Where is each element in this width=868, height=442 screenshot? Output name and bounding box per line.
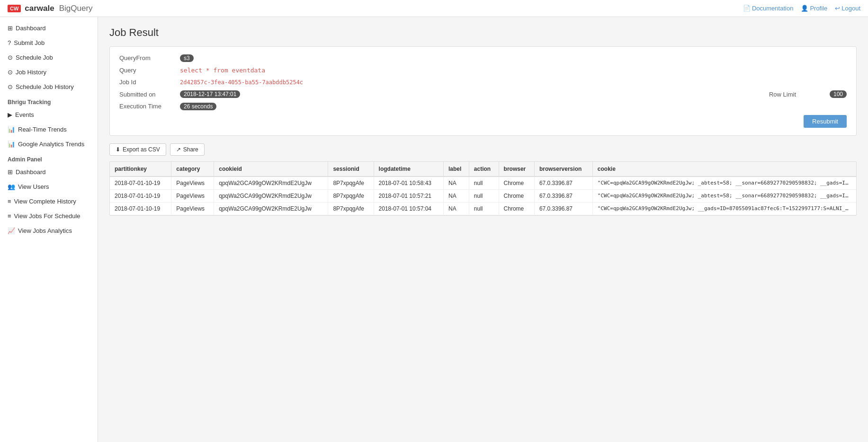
col-label: label xyxy=(444,162,469,177)
table-body: 2018-07-01-10-19PageViewsqpqWa2GCA99gOW2… xyxy=(110,177,856,215)
results-table-wrapper: partitionkey category cookieid sessionid… xyxy=(109,161,857,216)
cell-partitionkey: 2018-07-01-10-19 xyxy=(110,177,171,190)
row-limit-value: 100 xyxy=(830,90,847,98)
cell-logdatetime: 2018-07-01 10:57:21 xyxy=(374,190,443,203)
sidebar-item-submit-job[interactable]: ? Submit Job xyxy=(0,35,98,50)
cell-sessionid: 8P7xpqgAfe xyxy=(328,203,374,215)
sidebar-item-view-complete-history[interactable]: ≡ View Complete History xyxy=(0,194,98,209)
cell-cookieid: qpqWa2GCA99gOW2KRmdE2UgJw xyxy=(214,177,328,190)
cell-browserversion: 67.0.3396.87 xyxy=(534,190,592,203)
brand: CW carwale BigQuery xyxy=(8,4,743,13)
layout: ⊞ Dashboard ? Submit Job ⊙ Schedule Job … xyxy=(0,17,868,442)
cell-category: PageViews xyxy=(171,203,214,215)
results-table: partitionkey category cookieid sessionid… xyxy=(110,162,856,215)
col-category: category xyxy=(171,162,214,177)
documentation-icon: 📄 xyxy=(743,5,751,12)
logout-icon: ↩ xyxy=(835,5,840,12)
cell-label: NA xyxy=(444,177,469,190)
logout-link[interactable]: ↩ Logout xyxy=(835,5,860,12)
job-info-card: QueryFrom s3 Query select * from eventda… xyxy=(109,46,857,136)
cell-label: NA xyxy=(444,203,469,215)
table-row: 2018-07-01-10-19PageViewsqpqWa2GCA99gOW2… xyxy=(110,177,856,190)
submitted-on-label: Submitted on xyxy=(119,91,176,98)
sidebar-item-schedule-job-history[interactable]: ⊙ Schedule Job History xyxy=(0,80,98,94)
job-id-label: Job Id xyxy=(119,79,176,86)
cell-partitionkey: 2018-07-01-10-19 xyxy=(110,190,171,203)
export-csv-button[interactable]: ⬇ Export as CSV xyxy=(109,143,166,156)
job-history-icon: ⊙ xyxy=(8,69,13,76)
table-row: 2018-07-01-10-19PageViewsqpqWa2GCA99gOW2… xyxy=(110,203,856,215)
google-analytics-trends-icon: 📊 xyxy=(8,141,15,148)
cell-category: PageViews xyxy=(171,190,214,203)
topnav-links: 📄 Documentation 👤 Profile ↩ Logout xyxy=(743,5,860,12)
execution-time-value: 26 seconds xyxy=(180,103,216,110)
cell-cookie: "CWC=qpqWa2GCA99gOW2KRmdE2UgJw; _abtest=… xyxy=(592,177,856,190)
col-browser: browser xyxy=(499,162,534,177)
cell-action: null xyxy=(469,203,499,215)
cell-sessionid: 8P7xpqgAfe xyxy=(328,190,374,203)
cell-cookieid: qpqWa2GCA99gOW2KRmdE2UgJw xyxy=(214,203,328,215)
query-value: select * from eventdata xyxy=(180,67,265,74)
sidebar-item-view-users[interactable]: 👥 View Users xyxy=(0,179,98,194)
dashboard-icon: ⊞ xyxy=(8,25,13,32)
schedule-job-icon: ⊙ xyxy=(8,54,13,61)
topnav: CW carwale BigQuery 📄 Documentation 👤 Pr… xyxy=(0,0,868,17)
admin-dashboard-icon: ⊞ xyxy=(8,168,13,176)
sidebar-item-admin-dashboard[interactable]: ⊞ Dashboard xyxy=(0,165,98,179)
sidebar: ⊞ Dashboard ? Submit Job ⊙ Schedule Job … xyxy=(0,17,98,442)
page-title: Job Result xyxy=(109,27,857,39)
sidebar-item-dashboard[interactable]: ⊞ Dashboard xyxy=(0,21,98,35)
realtime-trends-icon: 📊 xyxy=(8,126,15,133)
cell-cookie: "CWC=qpqWa2GCA99gOW2KRmdE2UgJw; _abtest=… xyxy=(592,190,856,203)
col-browserversion: browserversion xyxy=(534,162,592,177)
share-button[interactable]: ↗ Share xyxy=(170,143,205,156)
table-header: partitionkey category cookieid sessionid… xyxy=(110,162,856,177)
col-action: action xyxy=(469,162,499,177)
sidebar-item-realtime-trends[interactable]: 📊 Real-Time Trends xyxy=(0,122,98,137)
bhrigu-tracking-header: Bhrigu Tracking xyxy=(0,94,98,107)
sidebar-item-view-jobs-analytics[interactable]: 📈 View Jobs Analytics xyxy=(0,223,98,238)
query-label: Query xyxy=(119,67,176,74)
job-id-value: 2d42857c-3fea-4055-ba55-7aabddb5254c xyxy=(180,79,303,86)
cell-label: NA xyxy=(444,190,469,203)
submitted-row: Submitted on 2018-12-17 13:47:01 Row Lim… xyxy=(119,90,847,98)
cell-logdatetime: 2018-07-01 10:57:04 xyxy=(374,203,443,215)
export-icon: ⬇ xyxy=(116,146,120,153)
cell-cookieid: qpqWa2GCA99gOW2KRmdE2UgJw xyxy=(214,190,328,203)
admin-panel-header: Admin Panel xyxy=(0,151,98,165)
row-limit-label: Row Limit xyxy=(769,91,826,98)
col-sessionid: sessionid xyxy=(328,162,374,177)
resubmit-button[interactable]: Resubmit xyxy=(804,115,847,128)
col-cookie: cookie xyxy=(592,162,856,177)
cell-partitionkey: 2018-07-01-10-19 xyxy=(110,203,171,215)
cell-sessionid: 8P7xpqgAfe xyxy=(328,177,374,190)
execution-time-label: Execution Time xyxy=(119,103,176,110)
query-from-label: QueryFrom xyxy=(119,54,176,62)
cell-browserversion: 67.0.3396.87 xyxy=(534,177,592,190)
action-bar: ⬇ Export as CSV ↗ Share xyxy=(109,143,857,156)
sidebar-item-view-jobs-for-schedule[interactable]: ≡ View Jobs For Schedule xyxy=(0,209,98,223)
brand-name: carwale xyxy=(25,4,54,13)
execution-time-row: Execution Time 26 seconds xyxy=(119,103,847,110)
documentation-link[interactable]: 📄 Documentation xyxy=(743,5,793,12)
submitted-on-value: 2018-12-17 13:47:01 xyxy=(180,90,240,98)
sidebar-item-job-history[interactable]: ⊙ Job History xyxy=(0,65,98,80)
cell-browser: Chrome xyxy=(499,203,534,215)
col-logdatetime: logdatetime xyxy=(374,162,443,177)
query-from-row: QueryFrom s3 xyxy=(119,54,847,62)
cell-category: PageViews xyxy=(171,177,214,190)
sidebar-item-events[interactable]: ▶ Events xyxy=(0,107,98,122)
profile-link[interactable]: 👤 Profile xyxy=(801,5,827,12)
schedule-job-history-icon: ⊙ xyxy=(8,83,13,90)
cell-action: null xyxy=(469,190,499,203)
sidebar-item-google-analytics-trends[interactable]: 📊 Google Analytics Trends xyxy=(0,137,98,151)
query-from-value: s3 xyxy=(180,54,194,62)
view-jobs-analytics-icon: 📈 xyxy=(8,227,15,234)
app-name: BigQuery xyxy=(59,4,93,13)
events-icon: ▶ xyxy=(8,111,12,118)
table-row: 2018-07-01-10-19PageViewsqpqWa2GCA99gOW2… xyxy=(110,190,856,203)
view-users-icon: 👥 xyxy=(8,183,15,190)
share-icon: ↗ xyxy=(176,146,181,153)
cell-action: null xyxy=(469,177,499,190)
sidebar-item-schedule-job[interactable]: ⊙ Schedule Job xyxy=(0,50,98,65)
